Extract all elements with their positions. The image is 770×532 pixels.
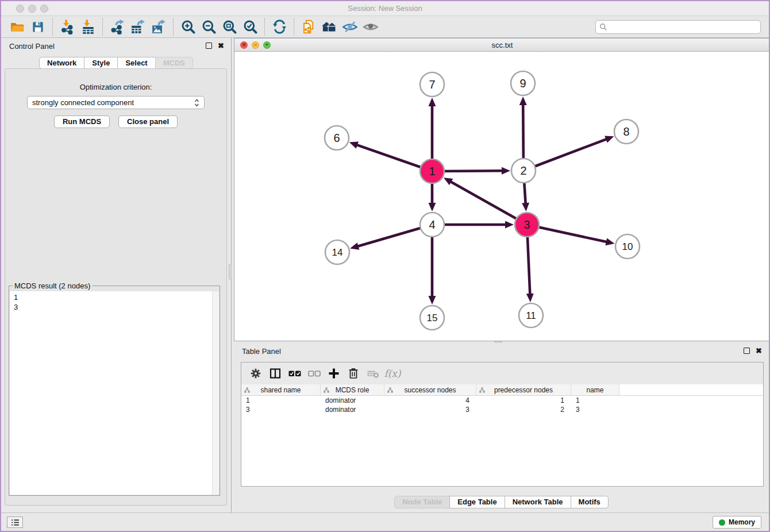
mcds-result-item[interactable]: 3: [14, 302, 208, 312]
export-network-icon: [110, 20, 125, 34]
table-tabs: Node TableEdge TableNetwork TableMotifs: [234, 496, 769, 508]
mcds-result-list[interactable]: 13: [10, 291, 212, 495]
zoom-selected-button[interactable]: [240, 18, 260, 36]
graph-node-label-11: 11: [526, 310, 536, 321]
table-row[interactable]: 3dominator323: [241, 405, 763, 414]
show-panel-button[interactable]: [360, 18, 381, 36]
table-cell: 1: [241, 396, 321, 405]
graph-edge-arrowhead: [522, 203, 529, 211]
graph-node-label-1: 1: [429, 165, 435, 178]
search-box[interactable]: [595, 20, 761, 34]
tab-edge-table[interactable]: Edge Table: [449, 496, 505, 508]
deselect-all-button[interactable]: [305, 365, 324, 382]
graph-edge-2-8[interactable]: [523, 139, 607, 171]
float-table-panel-icon[interactable]: [744, 348, 750, 354]
zoom-out-button[interactable]: [198, 18, 219, 36]
run-mcds-button[interactable]: Run MCDS: [54, 115, 110, 128]
table-cell: 1: [476, 396, 571, 405]
zoom-in-button[interactable]: [178, 18, 198, 36]
export-network-button[interactable]: [107, 18, 128, 36]
graph-node-label-8: 8: [623, 125, 629, 138]
graph-node-label-6: 6: [333, 132, 340, 144]
column-header-name[interactable]: name: [571, 384, 619, 395]
close-table-panel-icon[interactable]: ✖: [756, 348, 762, 354]
zoom-in-icon: [180, 19, 196, 34]
search-input[interactable]: [610, 23, 757, 31]
add-column-button[interactable]: [324, 365, 344, 382]
open-session-button[interactable]: [7, 18, 28, 36]
home-layout-button[interactable]: [319, 18, 340, 36]
table-cell: 3: [384, 405, 476, 414]
control-panel-title: Control Panel: [9, 42, 55, 51]
show-panels-menu-button[interactable]: [7, 516, 23, 528]
zoom-fit-button[interactable]: [219, 18, 240, 36]
toggle-panel-button[interactable]: [265, 365, 285, 382]
column-header-predecessor-nodes[interactable]: predecessor nodes: [476, 384, 571, 395]
tab-network[interactable]: Network: [39, 57, 84, 69]
import-network-button[interactable]: [57, 18, 78, 36]
eye-slash-icon: [342, 19, 358, 35]
graph-node-label-10: 10: [622, 241, 633, 252]
mcds-result-item[interactable]: 1: [14, 292, 208, 302]
unchecked-boxes-icon: [307, 367, 321, 380]
delete-table-icon: [366, 367, 380, 380]
column-header-successor-nodes[interactable]: successor nodes: [384, 384, 476, 395]
tab-node-table[interactable]: Node Table: [394, 496, 450, 508]
tab-network-table[interactable]: Network Table: [505, 496, 571, 508]
criterion-selected-value: strongly connected component: [32, 98, 194, 107]
network-canvas[interactable]: 7968124314101511: [234, 52, 770, 341]
save-disk-icon: [30, 20, 45, 34]
graph-node-label-4: 4: [429, 218, 435, 231]
mcds-tab-content: Optimization criterion: strongly connect…: [5, 68, 227, 506]
graph-edge-arrowhead: [605, 136, 614, 142]
hide-panel-button[interactable]: [340, 18, 360, 36]
save-session-button[interactable]: [28, 18, 48, 36]
vertical-splitter-grip[interactable]: [229, 264, 232, 279]
tab-select[interactable]: Select: [117, 57, 155, 69]
tab-mcds[interactable]: MCDS: [155, 57, 193, 69]
delete-column-button[interactable]: [344, 365, 363, 382]
import-table-button[interactable]: [78, 18, 98, 36]
memory-button[interactable]: Memory: [713, 516, 761, 529]
graph-node-label-9: 9: [519, 77, 526, 90]
copy-view-icon: [301, 19, 317, 34]
main-toolbar: [1, 16, 769, 38]
toolbar-separator: [102, 18, 103, 36]
close-panel-icon[interactable]: ✖: [218, 43, 224, 49]
table-cell: dominator: [321, 396, 384, 405]
criterion-select[interactable]: strongly connected component: [27, 96, 205, 109]
graph-edge-arrowhead: [429, 296, 436, 304]
select-all-button[interactable]: [285, 365, 305, 382]
table-row[interactable]: 1dominator411: [241, 396, 763, 405]
table-cell: dominator: [321, 405, 384, 414]
network-graph[interactable]: 7968124314101511: [234, 52, 769, 340]
copy-view-button[interactable]: [298, 18, 319, 36]
close-panel-button[interactable]: Close panel: [118, 115, 178, 128]
table-settings-button[interactable]: [246, 365, 265, 382]
tab-motifs[interactable]: Motifs: [571, 496, 609, 508]
column-header-MCDS-role[interactable]: MCDS role: [321, 384, 384, 395]
export-image-button[interactable]: [148, 18, 169, 36]
float-panel-icon[interactable]: [206, 43, 212, 49]
table-header-row: shared nameMCDS rolesuccessor nodesprede…: [241, 384, 763, 396]
column-header-shared-name[interactable]: shared name: [241, 384, 321, 395]
network-view-window: ✕ − + scc.txt 7968124314101511: [234, 38, 770, 341]
graph-edge-3-1[interactable]: [450, 182, 527, 225]
refresh-view-button[interactable]: [269, 18, 290, 36]
eye-icon: [363, 19, 379, 35]
column-type-icon: [387, 387, 393, 393]
graph-node-label-2: 2: [520, 164, 526, 177]
graph-edge-arrowhead: [502, 167, 510, 175]
table-panel-window-icons: ✖: [744, 348, 762, 354]
export-table-button[interactable]: [128, 18, 148, 36]
network-window-title: scc.txt: [234, 41, 770, 49]
mcds-button-row: Run MCDS Close panel: [5, 115, 226, 128]
result-scrollbar[interactable]: [212, 291, 219, 495]
network-window-titlebar[interactable]: ✕ − + scc.txt: [234, 38, 770, 52]
node-table-container: f(x) shared nameMCDS rolesuccessor nodes…: [241, 362, 764, 487]
toolbar-separator: [294, 18, 294, 36]
import-network-icon: [60, 20, 75, 34]
mcds-result-box: MCDS result (2 nodes) 13: [9, 286, 220, 496]
list-icon: [10, 518, 20, 527]
tab-style[interactable]: Style: [84, 57, 118, 69]
